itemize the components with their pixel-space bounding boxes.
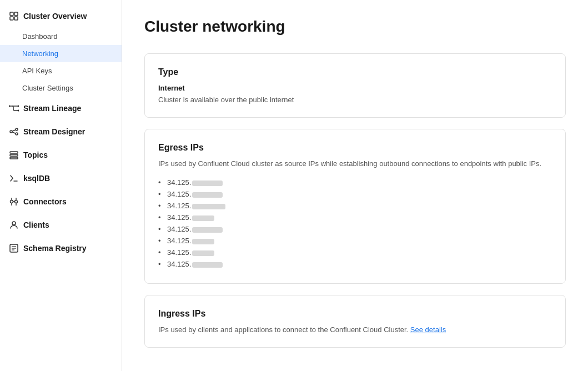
- connectors-label: Connectors: [23, 197, 67, 206]
- sidebar-item-api-keys[interactable]: API Keys: [0, 62, 122, 79]
- stream-lineage-icon: [9, 103, 19, 113]
- ip-redacted: [192, 239, 214, 244]
- svg-point-8: [16, 128, 18, 131]
- egress-card-title: Egress IPs: [158, 143, 552, 153]
- egress-ip-list: 34.125. 34.125. 34.125. 34.125. 34.125. …: [158, 177, 552, 270]
- type-card-description: Cluster is available over the public int…: [158, 96, 552, 104]
- clients-icon: [9, 220, 19, 230]
- ip-redacted: [192, 204, 225, 209]
- clients-label: Clients: [23, 220, 49, 229]
- sidebar-clients[interactable]: Clients: [0, 213, 122, 237]
- type-card-label: Internet: [158, 84, 552, 92]
- sidebar-schema-registry[interactable]: Schema Registry: [0, 237, 122, 260]
- list-item: 34.125.: [158, 212, 552, 223]
- svg-line-11: [12, 132, 16, 133]
- list-item: 34.125.: [158, 177, 552, 188]
- svg-rect-13: [10, 154, 18, 156]
- ip-redacted: [192, 192, 223, 198]
- svg-line-10: [12, 130, 16, 131]
- sidebar-cluster-overview[interactable]: Cluster Overview: [0, 4, 122, 28]
- svg-rect-0: [10, 12, 13, 16]
- stream-designer-icon: [9, 127, 19, 137]
- type-card: Type Internet Cluster is available over …: [144, 53, 566, 118]
- topics-label: Topics: [23, 151, 48, 159]
- sidebar-item-networking[interactable]: Networking: [0, 45, 122, 62]
- svg-point-23: [12, 222, 16, 225]
- stream-lineage-label: Stream Lineage: [23, 104, 81, 113]
- connectors-icon: [9, 197, 19, 207]
- list-item: 34.125.: [158, 247, 552, 258]
- sidebar-stream-designer[interactable]: Stream Designer: [0, 120, 122, 143]
- main-content: Cluster networking Type Internet Cluster…: [122, 0, 588, 371]
- ip-redacted: [192, 181, 223, 186]
- see-details-link[interactable]: See details: [410, 325, 446, 334]
- schema-registry-label: Schema Registry: [23, 244, 87, 253]
- egress-card-description: IPs used by Confluent Cloud cluster as s…: [158, 159, 552, 168]
- ip-redacted: [192, 215, 214, 221]
- list-item: 34.125.: [158, 188, 552, 200]
- svg-point-4: [9, 106, 11, 107]
- sidebar: Cluster Overview Dashboard Networking AP…: [0, 0, 122, 371]
- svg-point-7: [10, 131, 12, 133]
- list-item: 34.125.: [158, 258, 552, 270]
- ip-redacted: [192, 262, 223, 268]
- ip-redacted: [192, 250, 214, 256]
- cluster-overview-label: Cluster Overview: [23, 12, 87, 21]
- page-title: Cluster networking: [144, 18, 566, 36]
- ingress-card-description: IPs used by clients and applications to …: [158, 325, 552, 334]
- type-card-title: Type: [158, 67, 552, 77]
- cluster-overview-icon: [9, 11, 19, 21]
- sidebar-item-cluster-settings[interactable]: Cluster Settings: [0, 79, 122, 97]
- stream-designer-label: Stream Designer: [23, 127, 85, 136]
- ksqldb-label: ksqlDB: [23, 174, 50, 183]
- list-item: 34.125.: [158, 235, 552, 247]
- svg-rect-14: [10, 157, 18, 159]
- topics-icon: [9, 150, 19, 160]
- svg-point-16: [11, 200, 13, 203]
- sidebar-connectors[interactable]: Connectors: [0, 190, 122, 213]
- sidebar-topics[interactable]: Topics: [0, 143, 122, 167]
- svg-rect-1: [14, 12, 18, 16]
- schema-registry-icon: [9, 243, 19, 253]
- svg-rect-12: [10, 152, 18, 153]
- list-item: 34.125.: [158, 200, 552, 212]
- ksqldb-icon: [9, 173, 19, 183]
- egress-ips-card: Egress IPs IPs used by Confluent Cloud c…: [144, 129, 566, 284]
- svg-point-5: [18, 106, 19, 107]
- ingress-card-title: Ingress IPs: [158, 309, 552, 319]
- svg-point-6: [18, 110, 19, 112]
- ingress-ips-card: Ingress IPs IPs used by clients and appl…: [144, 295, 566, 348]
- list-item: 34.125.: [158, 223, 552, 235]
- ip-redacted: [192, 227, 223, 233]
- svg-rect-3: [14, 17, 18, 20]
- svg-point-17: [15, 200, 18, 203]
- svg-point-9: [16, 133, 18, 135]
- svg-rect-2: [10, 17, 13, 20]
- sidebar-item-dashboard[interactable]: Dashboard: [0, 28, 122, 45]
- sidebar-stream-lineage[interactable]: Stream Lineage: [0, 97, 122, 120]
- sidebar-ksqldb[interactable]: ksqlDB: [0, 167, 122, 190]
